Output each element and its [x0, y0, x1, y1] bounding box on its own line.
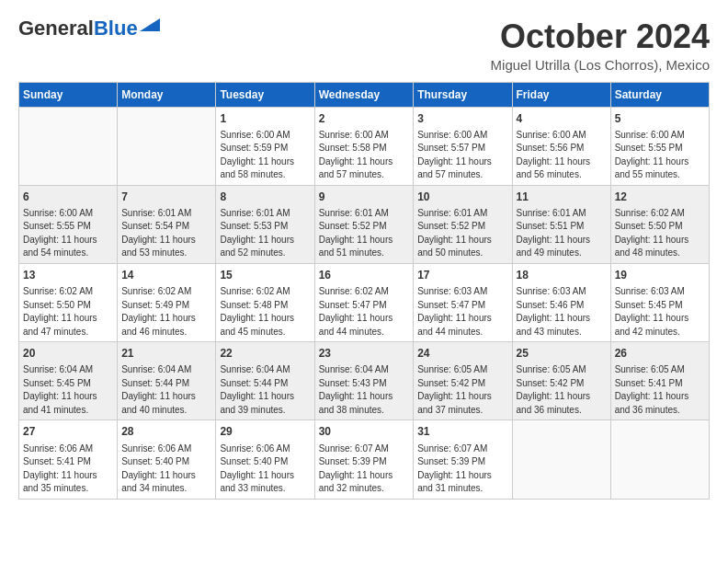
day-number: 29: [220, 424, 310, 439]
calendar-cell: 26Sunrise: 6:05 AM Sunset: 5:41 PM Dayli…: [610, 342, 709, 420]
calendar-cell: 8Sunrise: 6:01 AM Sunset: 5:53 PM Daylig…: [216, 185, 314, 263]
day-number: 12: [615, 190, 705, 204]
day-number: 13: [23, 268, 113, 282]
calendar-cell: 19Sunrise: 6:03 AM Sunset: 5:45 PM Dayli…: [610, 263, 709, 341]
day-info: Sunrise: 6:07 AM Sunset: 5:39 PM Dayligh…: [319, 443, 393, 494]
calendar-cell: 5Sunrise: 6:00 AM Sunset: 5:55 PM Daylig…: [610, 107, 709, 185]
calendar-week-row: 1Sunrise: 6:00 AM Sunset: 5:59 PM Daylig…: [19, 107, 710, 185]
weekday-header-row: SundayMondayTuesdayWednesdayThursdayFrid…: [19, 82, 710, 107]
weekday-header-friday: Friday: [512, 82, 610, 107]
month-title: October 2024: [491, 18, 710, 55]
day-number: 28: [121, 424, 211, 439]
calendar-cell: 24Sunrise: 6:05 AM Sunset: 5:42 PM Dayli…: [414, 342, 512, 420]
day-number: 11: [517, 190, 607, 204]
day-info: Sunrise: 6:02 AM Sunset: 5:47 PM Dayligh…: [319, 286, 393, 337]
title-block: October 2024 Miguel Utrilla (Los Chorros…: [491, 18, 710, 73]
weekday-header-saturday: Saturday: [610, 82, 709, 107]
calendar-table: SundayMondayTuesdayWednesdayThursdayFrid…: [18, 82, 710, 500]
day-info: Sunrise: 6:03 AM Sunset: 5:46 PM Dayligh…: [517, 286, 591, 337]
day-info: Sunrise: 6:01 AM Sunset: 5:52 PM Dayligh…: [319, 208, 393, 259]
day-info: Sunrise: 6:06 AM Sunset: 5:40 PM Dayligh…: [121, 443, 196, 494]
calendar-cell: 15Sunrise: 6:02 AM Sunset: 5:48 PM Dayli…: [216, 263, 314, 341]
day-info: Sunrise: 6:05 AM Sunset: 5:42 PM Dayligh…: [517, 364, 591, 415]
calendar-cell: 29Sunrise: 6:06 AM Sunset: 5:40 PM Dayli…: [216, 420, 314, 499]
day-number: 15: [220, 268, 310, 282]
weekday-header-tuesday: Tuesday: [216, 82, 314, 107]
day-number: 3: [417, 111, 507, 126]
svg-marker-0: [140, 18, 160, 31]
day-number: 22: [220, 346, 310, 361]
day-info: Sunrise: 6:00 AM Sunset: 5:56 PM Dayligh…: [517, 130, 591, 180]
day-info: Sunrise: 6:02 AM Sunset: 5:50 PM Dayligh…: [23, 286, 97, 337]
weekday-header-thursday: Thursday: [414, 82, 512, 107]
day-number: 14: [121, 268, 211, 282]
day-number: 30: [319, 424, 410, 439]
day-number: 16: [319, 268, 410, 282]
calendar-cell: 20Sunrise: 6:04 AM Sunset: 5:45 PM Dayli…: [19, 342, 118, 420]
calendar-cell: 28Sunrise: 6:06 AM Sunset: 5:40 PM Dayli…: [118, 420, 216, 499]
calendar-cell: 18Sunrise: 6:03 AM Sunset: 5:46 PM Dayli…: [512, 263, 610, 341]
day-info: Sunrise: 6:02 AM Sunset: 5:48 PM Dayligh…: [220, 286, 294, 337]
day-info: Sunrise: 6:04 AM Sunset: 5:45 PM Dayligh…: [23, 364, 97, 415]
day-info: Sunrise: 6:02 AM Sunset: 5:49 PM Dayligh…: [121, 286, 196, 337]
calendar-cell: 14Sunrise: 6:02 AM Sunset: 5:49 PM Dayli…: [118, 263, 216, 341]
day-info: Sunrise: 6:03 AM Sunset: 5:45 PM Dayligh…: [615, 286, 689, 337]
logo-icon: [140, 18, 160, 31]
day-number: 10: [417, 190, 507, 204]
calendar-week-row: 20Sunrise: 6:04 AM Sunset: 5:45 PM Dayli…: [19, 342, 710, 420]
day-number: 17: [417, 268, 507, 282]
day-info: Sunrise: 6:05 AM Sunset: 5:41 PM Dayligh…: [615, 364, 689, 415]
day-number: 25: [517, 346, 607, 361]
calendar-cell: [512, 420, 610, 499]
day-number: 20: [23, 346, 113, 361]
day-info: Sunrise: 6:00 AM Sunset: 5:57 PM Dayligh…: [417, 130, 492, 180]
calendar-cell: 30Sunrise: 6:07 AM Sunset: 5:39 PM Dayli…: [314, 420, 414, 499]
day-info: Sunrise: 6:00 AM Sunset: 5:55 PM Dayligh…: [615, 130, 689, 180]
calendar-cell: 27Sunrise: 6:06 AM Sunset: 5:41 PM Dayli…: [19, 420, 118, 499]
day-info: Sunrise: 6:05 AM Sunset: 5:42 PM Dayligh…: [417, 364, 492, 415]
day-info: Sunrise: 6:00 AM Sunset: 5:55 PM Dayligh…: [23, 208, 97, 259]
page-header: GeneralBlue October 2024 Miguel Utrilla …: [18, 18, 710, 73]
calendar-cell: 4Sunrise: 6:00 AM Sunset: 5:56 PM Daylig…: [512, 107, 610, 185]
day-info: Sunrise: 6:06 AM Sunset: 5:41 PM Dayligh…: [23, 443, 97, 494]
calendar-cell: 3Sunrise: 6:00 AM Sunset: 5:57 PM Daylig…: [414, 107, 512, 185]
calendar-cell: 22Sunrise: 6:04 AM Sunset: 5:44 PM Dayli…: [216, 342, 314, 420]
calendar-cell: 9Sunrise: 6:01 AM Sunset: 5:52 PM Daylig…: [314, 185, 414, 263]
calendar-cell: [118, 107, 216, 185]
calendar-week-row: 6Sunrise: 6:00 AM Sunset: 5:55 PM Daylig…: [19, 185, 710, 263]
day-number: 31: [417, 424, 507, 439]
logo-text: GeneralBlue: [18, 18, 138, 39]
calendar-cell: 16Sunrise: 6:02 AM Sunset: 5:47 PM Dayli…: [314, 263, 414, 341]
day-info: Sunrise: 6:00 AM Sunset: 5:59 PM Dayligh…: [220, 130, 294, 180]
day-info: Sunrise: 6:06 AM Sunset: 5:40 PM Dayligh…: [220, 443, 294, 494]
calendar-cell: [19, 107, 118, 185]
day-number: 5: [615, 111, 705, 126]
calendar-cell: 11Sunrise: 6:01 AM Sunset: 5:51 PM Dayli…: [512, 185, 610, 263]
day-info: Sunrise: 6:07 AM Sunset: 5:39 PM Dayligh…: [417, 443, 492, 494]
day-number: 24: [417, 346, 507, 361]
calendar-cell: 1Sunrise: 6:00 AM Sunset: 5:59 PM Daylig…: [216, 107, 314, 185]
calendar-cell: 31Sunrise: 6:07 AM Sunset: 5:39 PM Dayli…: [414, 420, 512, 499]
calendar-week-row: 27Sunrise: 6:06 AM Sunset: 5:41 PM Dayli…: [19, 420, 710, 499]
weekday-header-monday: Monday: [118, 82, 216, 107]
calendar-cell: 6Sunrise: 6:00 AM Sunset: 5:55 PM Daylig…: [19, 185, 118, 263]
day-info: Sunrise: 6:04 AM Sunset: 5:43 PM Dayligh…: [319, 364, 393, 415]
day-number: 1: [220, 111, 310, 126]
calendar-cell: 2Sunrise: 6:00 AM Sunset: 5:58 PM Daylig…: [314, 107, 414, 185]
day-number: 19: [615, 268, 705, 282]
calendar-cell: 13Sunrise: 6:02 AM Sunset: 5:50 PM Dayli…: [19, 263, 118, 341]
logo: GeneralBlue: [18, 18, 160, 39]
day-number: 23: [319, 346, 410, 361]
day-number: 6: [23, 190, 113, 204]
calendar-cell: [610, 420, 709, 499]
day-number: 18: [517, 268, 607, 282]
day-number: 8: [220, 190, 310, 204]
day-number: 7: [121, 190, 211, 204]
day-number: 26: [615, 346, 705, 361]
calendar-cell: 10Sunrise: 6:01 AM Sunset: 5:52 PM Dayli…: [414, 185, 512, 263]
day-info: Sunrise: 6:04 AM Sunset: 5:44 PM Dayligh…: [220, 364, 294, 415]
day-info: Sunrise: 6:04 AM Sunset: 5:44 PM Dayligh…: [121, 364, 196, 415]
calendar-cell: 7Sunrise: 6:01 AM Sunset: 5:54 PM Daylig…: [118, 185, 216, 263]
day-info: Sunrise: 6:01 AM Sunset: 5:52 PM Dayligh…: [417, 208, 492, 259]
day-info: Sunrise: 6:01 AM Sunset: 5:53 PM Dayligh…: [220, 208, 294, 259]
